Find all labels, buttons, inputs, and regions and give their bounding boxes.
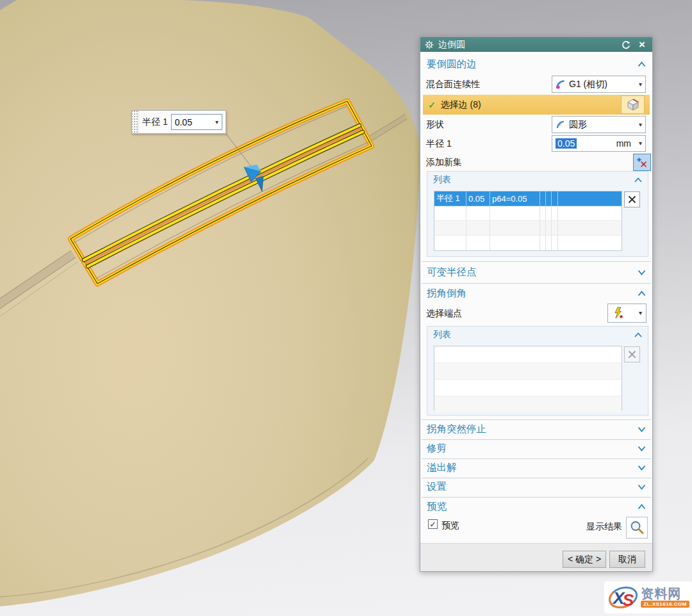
radius-list-table: 半径 1 0.05 p64=0.05 xyxy=(434,191,622,251)
section-variable-radius-title: 可变半径点 xyxy=(427,266,477,279)
drag-handle-icon[interactable] xyxy=(132,111,139,133)
chevron-up-icon[interactable] xyxy=(634,332,642,337)
add-new-set-label: 添加新集 xyxy=(426,157,462,168)
section-preview[interactable]: 预览 xyxy=(420,498,652,515)
continuity-dropdown[interactable]: G1 (相切) ▾ xyxy=(552,76,646,93)
chevron-down-icon[interactable] xyxy=(638,484,646,490)
add-new-set-button[interactable] xyxy=(633,154,651,171)
section-corner-chamfer-title: 拐角倒角 xyxy=(427,287,466,300)
cancel-button[interactable]: 取消 xyxy=(609,551,645,568)
section-variable-radius[interactable]: 可变半径点 xyxy=(420,264,652,280)
dialog-titlebar[interactable]: 边倒圆 × xyxy=(420,37,652,52)
add-new-set-icon xyxy=(636,157,648,168)
reset-button[interactable] xyxy=(620,39,632,51)
onscreen-radius-toolbar[interactable]: 半径 1 0.05 ▾ xyxy=(131,110,226,134)
continuity-value: G1 (相切) xyxy=(569,79,607,90)
chevron-down-icon[interactable] xyxy=(638,446,646,451)
show-result-button[interactable] xyxy=(626,517,648,539)
endpoint-list-group: 列表 xyxy=(427,326,648,416)
gear-icon xyxy=(425,40,434,49)
section-edges-to-blend[interactable]: 要倒圆的边 xyxy=(420,56,652,72)
section-settings[interactable]: 设置 xyxy=(420,478,652,495)
edge-blend-dialog: 边倒圆 × 要倒圆的边 混合面连续性 xyxy=(420,36,653,572)
section-corner-stop-title: 拐角突然停止 xyxy=(427,423,486,436)
chevron-down-icon: ▾ xyxy=(639,310,642,316)
endpoint-list-table xyxy=(434,346,622,411)
section-settings-title: 设置 xyxy=(427,480,447,494)
solid-body-filter-button[interactable] xyxy=(621,95,645,114)
list2-title: 列表 xyxy=(433,329,451,341)
show-result-label: 显示结果 xyxy=(586,521,622,533)
cell-radius-expression: p64=0.05 xyxy=(490,191,540,206)
cell-radius-name: 半径 1 xyxy=(434,191,466,206)
dialog-body: 要倒圆的边 混合面连续性 G1 (相切) ▾ ✓ 选择边 (8) xyxy=(420,52,652,571)
chevron-up-icon[interactable] xyxy=(638,61,646,67)
close-button[interactable]: × xyxy=(636,39,648,51)
nx-application-viewport: 半径 1 0.05 ▾ 边倒圆 × xyxy=(0,0,692,616)
check-icon: ✓ xyxy=(428,99,436,111)
delete-x-icon xyxy=(628,350,636,359)
preview-checkbox-label: 预览 xyxy=(441,520,459,531)
shape-value: 圆形 xyxy=(569,119,587,131)
shape-dropdown[interactable]: 圆形 ▾ xyxy=(552,116,646,133)
section-overflow[interactable]: 溢出解 xyxy=(420,459,652,476)
circular-shape-icon xyxy=(556,120,566,130)
chevron-up-icon[interactable] xyxy=(638,291,646,296)
select-endpoint-label: 选择端点 xyxy=(426,308,462,320)
list1-title: 列表 xyxy=(433,174,451,186)
separator xyxy=(422,419,651,420)
radius1-value: 0.05 xyxy=(556,138,577,149)
watermark-site-name: 资料网 xyxy=(641,587,681,600)
chevron-down-icon[interactable]: ▾ xyxy=(215,119,218,126)
table-row-empty xyxy=(434,221,622,236)
chevron-down-icon[interactable] xyxy=(638,426,646,432)
chevron-up-icon[interactable] xyxy=(634,177,642,182)
separator xyxy=(422,497,651,498)
section-trim[interactable]: 修剪 xyxy=(420,440,652,457)
table-row-empty xyxy=(434,236,622,250)
watermark-letter-s: S xyxy=(623,590,634,610)
remove-list-item-button[interactable] xyxy=(624,191,640,207)
select-edge-label: 选择边 (8) xyxy=(441,99,481,111)
dialog-title: 边倒圆 xyxy=(438,39,616,51)
table-row-empty xyxy=(434,363,622,380)
section-corner-chamfer[interactable]: 拐角倒角 xyxy=(420,285,652,302)
chevron-down-icon: ▾ xyxy=(639,122,642,128)
mini-radius-value: 0.05 xyxy=(175,117,192,127)
section-edges-title: 要倒圆的边 xyxy=(427,58,477,71)
table-row-empty xyxy=(434,396,622,412)
section-trim-title: 修剪 xyxy=(427,442,447,455)
lightning-bolt-icon xyxy=(612,307,625,320)
mini-radius-input[interactable]: 0.05 ▾ xyxy=(171,114,222,130)
list1-header[interactable]: 列表 xyxy=(427,172,648,188)
section-corner-stop[interactable]: 拐角突然停止 xyxy=(420,421,652,437)
xs-logo-icon: X S xyxy=(607,583,639,612)
watermark: X S 资料网 ZL.XS1616.COM xyxy=(604,581,692,613)
disk-face[interactable] xyxy=(0,0,420,606)
section-preview-title: 预览 xyxy=(427,500,447,514)
magnifier-icon xyxy=(629,520,645,535)
radius1-input[interactable]: 0.05 mm ▾ xyxy=(552,135,646,152)
cell-radius-value: 0.05 xyxy=(466,191,490,206)
separator xyxy=(422,261,651,262)
preview-checkbox[interactable]: ✓ xyxy=(428,519,438,529)
separator xyxy=(422,283,651,284)
table-row-empty xyxy=(434,346,622,363)
chevron-up-icon[interactable] xyxy=(638,504,646,510)
dialog-footer: < 确定 > 取消 xyxy=(420,543,652,571)
remove-list-item-button-disabled xyxy=(624,346,640,362)
chevron-down-icon[interactable]: ▾ xyxy=(639,140,642,147)
list2-header[interactable]: 列表 xyxy=(427,327,648,343)
table-row-selected[interactable]: 半径 1 0.05 p64=0.05 xyxy=(434,191,622,206)
chevron-down-icon: ▾ xyxy=(639,81,642,88)
section-overflow-title: 溢出解 xyxy=(427,461,457,474)
table-row-empty xyxy=(434,380,622,396)
select-edge-row[interactable]: ✓ 选择边 (8) xyxy=(423,95,650,115)
reset-icon xyxy=(622,40,630,49)
chevron-down-icon[interactable] xyxy=(638,465,646,471)
select-endpoint-button[interactable]: ▾ xyxy=(607,304,647,323)
mini-radius-label: 半径 1 xyxy=(142,117,168,128)
ok-button[interactable]: < 确定 > xyxy=(563,551,606,568)
chevron-down-icon[interactable] xyxy=(638,270,646,275)
shape-label: 形状 xyxy=(426,119,444,131)
